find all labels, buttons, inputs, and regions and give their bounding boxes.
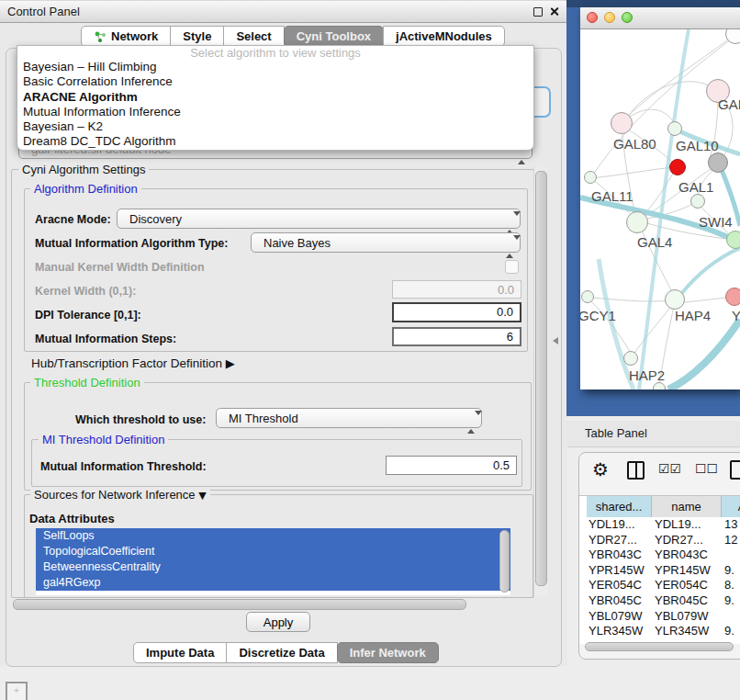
table-horizontal-scrollbar[interactable] — [585, 642, 734, 651]
network-node[interactable] — [726, 231, 740, 249]
algorithm-option[interactable]: ARACNE Algorithm — [17, 90, 533, 105]
network-node[interactable] — [665, 289, 685, 310]
network-node[interactable] — [584, 171, 597, 184]
network-node[interactable] — [667, 121, 682, 136]
table-row[interactable]: YBL079WYBL079W — [579, 609, 740, 625]
network-view-frame: GALGAL80GAL10GAL11GAL1SWI4GAL4GCY1HAP4YH… — [566, 0, 740, 416]
network-node[interactable] — [623, 351, 638, 366]
table-column-header[interactable]: name — [652, 496, 722, 517]
table-row[interactable]: YDL19...YDL19...13 — [579, 517, 740, 533]
settings-vertical-scrollbar-thumb[interactable] — [535, 171, 547, 586]
attribute-list-item[interactable]: TopologicalCoefficient — [36, 544, 510, 559]
network-node[interactable] — [708, 152, 728, 173]
table-row[interactable]: YBR043CYBR043C — [579, 548, 740, 563]
network-node-label: GAL4 — [637, 234, 672, 250]
table-cell: YER054C — [589, 578, 642, 593]
network-node-label: HAP2 — [629, 367, 665, 383]
manual-kernel-width-checkbox[interactable] — [505, 260, 519, 274]
aracne-mode-label: Aracne Mode: — [35, 213, 111, 226]
algorithm-option[interactable]: Bayesian – Hill Climbing — [17, 60, 533, 74]
mi-algorithm-type-label: Mutual Information Algorithm Type: — [35, 237, 228, 250]
panel-splitter-handle[interactable] — [553, 337, 558, 344]
table-cell: YPR145W — [655, 563, 711, 579]
table-cell: 13 — [724, 517, 737, 533]
which-threshold-select[interactable]: MI Threshold — [216, 408, 482, 428]
attribute-list-item[interactable]: BetweennessCentrality — [36, 559, 510, 575]
table-cell: YDL19... — [589, 517, 635, 533]
tab-label: jActiveMNodules — [396, 27, 492, 46]
control-panel-titlebar: Control Panel — [0, 0, 567, 23]
table-cell: YBR045C — [589, 593, 642, 609]
deselect-all-checkboxes-icon[interactable]: ☐☐ — [695, 461, 718, 476]
tab-cyni-toolbox[interactable]: Cyni Toolbox — [284, 26, 384, 47]
aracne-mode-select[interactable]: Discovery — [117, 209, 521, 229]
algorithm-option[interactable]: Basic Correlation Inference — [17, 74, 533, 89]
network-node[interactable] — [690, 194, 705, 209]
close-icon[interactable] — [549, 6, 559, 17]
table-row[interactable]: YLR345WYLR345W9. — [579, 624, 740, 639]
network-node[interactable] — [581, 290, 594, 303]
algorithm-option[interactable]: Dream8 DC_TDC Algorithm — [17, 134, 533, 149]
maximize-traffic-light[interactable] — [622, 12, 633, 23]
cyni-mode-tabbar: Impute DataDiscretize DataInfer Network — [133, 642, 439, 663]
split-columns-icon[interactable] — [627, 461, 645, 480]
float-window-icon[interactable] — [533, 7, 543, 17]
table-cell: YBL079W — [655, 609, 709, 625]
table-cell: YDL19... — [655, 517, 701, 533]
data-attributes-list[interactable]: SelfLoopsTopologicalCoefficientBetweenne… — [36, 528, 510, 595]
tab-infer-network[interactable]: Infer Network — [337, 642, 439, 663]
tab-network[interactable]: Network — [81, 26, 171, 47]
algorithm-option[interactable]: Bayesian – K2 — [17, 119, 533, 134]
export-table-icon[interactable] — [730, 460, 740, 480]
network-canvas[interactable]: GALGAL80GAL10GAL11GAL1SWI4GAL4GCY1HAP4YH… — [580, 29, 740, 390]
table-row[interactable]: YDR27...YDR27...12 — [579, 533, 740, 548]
network-node[interactable] — [725, 288, 740, 306]
tab-impute-data[interactable]: Impute Data — [133, 642, 227, 663]
network-node[interactable] — [653, 382, 666, 390]
apply-button[interactable]: Apply — [246, 612, 310, 632]
attributes-list-scrollbar[interactable] — [499, 530, 510, 593]
dpi-tolerance-field[interactable]: 0.0 — [392, 302, 521, 322]
network-node-label: Y — [732, 308, 740, 323]
tab-jactivemnodules[interactable]: jActiveMNodules — [383, 26, 505, 47]
hub-factor-expander[interactable]: Hub/Transcription Factor Definition ▶ — [31, 356, 235, 370]
table-column-header[interactable]: shared... — [587, 496, 652, 517]
tab-discretize-data[interactable]: Discretize Data — [226, 642, 337, 663]
combo-stepper-icon — [467, 412, 476, 433]
mi-threshold-legend: MI Threshold Definition — [39, 434, 168, 446]
network-node[interactable] — [669, 159, 686, 175]
mi-algorithm-type-select[interactable]: Naive Bayes — [251, 232, 521, 253]
sources-legend[interactable]: Sources for Network Inference ▼ — [30, 489, 210, 502]
tab-label: Impute Data — [146, 643, 214, 662]
tab-select[interactable]: Select — [223, 26, 284, 47]
sources-legend-label: Sources for Network Inference — [34, 488, 196, 502]
table-row[interactable]: YBR045CYBR045C9. — [579, 593, 740, 609]
panel-toggle-button[interactable]: + — [6, 682, 28, 700]
network-node-label: GCY1 — [580, 308, 616, 323]
network-window: GALGAL80GAL10GAL11GAL1SWI4GAL4GCY1HAP4YH… — [580, 7, 740, 390]
close-traffic-light[interactable] — [587, 12, 598, 23]
table-cell: YBR045C — [655, 593, 708, 609]
data-attributes-label: Data Attributes — [29, 512, 115, 525]
mi-steps-field[interactable]: 6 — [392, 327, 521, 346]
algorithm-dropdown-prompt: Select algorithm to view settings — [17, 46, 533, 60]
algorithm-option[interactable]: Mutual Information Inference — [17, 105, 533, 119]
attribute-list-item[interactable]: gal4RGexp — [36, 575, 510, 591]
network-node[interactable] — [626, 211, 648, 233]
mi-threshold-field[interactable]: 0.5 — [386, 456, 517, 475]
tab-style[interactable]: Style — [170, 26, 224, 47]
table-column-header[interactable]: A — [722, 496, 740, 517]
settings-horizontal-scrollbar-thumb[interactable] — [13, 599, 466, 610]
gear-icon[interactable]: ⚙ — [592, 460, 609, 479]
table-panel-title: Table Panel — [585, 426, 647, 440]
attribute-list-item[interactable]: SelfLoops — [36, 528, 510, 544]
table-row[interactable]: YPR145WYPR145W9. — [579, 563, 740, 579]
select-all-checkboxes-icon[interactable]: ☑☑ — [658, 461, 681, 476]
network-node-label: GAL80 — [613, 136, 656, 152]
table-header-row: shared...nameA — [579, 495, 740, 518]
table-row[interactable]: YER054CYER054C8. — [579, 578, 740, 593]
minimize-traffic-light[interactable] — [604, 12, 615, 23]
network-node[interactable] — [611, 112, 633, 134]
kernel-width-label: Kernel Width (0,1): — [35, 285, 136, 298]
cyni-settings-legend: Cyni Algorithm Settings — [18, 164, 149, 176]
